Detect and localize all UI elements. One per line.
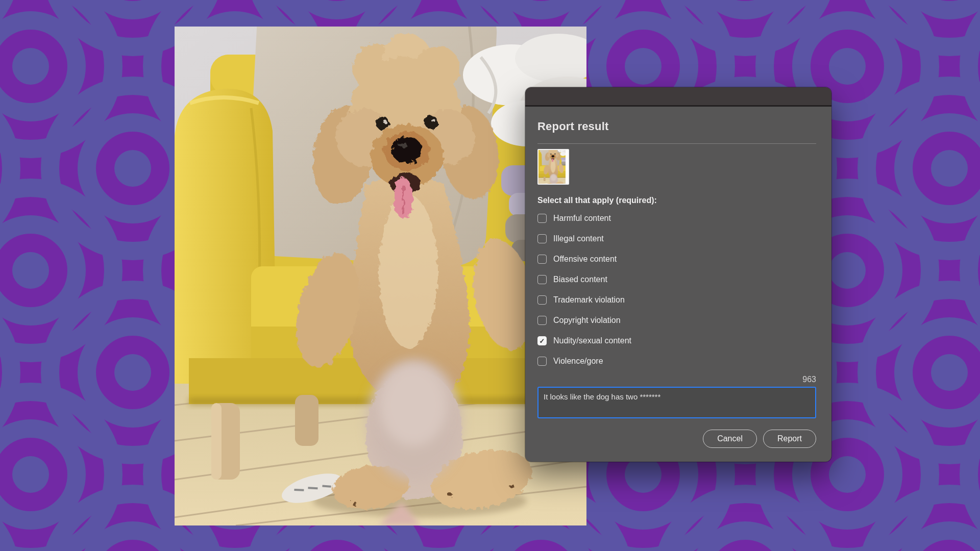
checkbox-label: Trademark violation	[553, 295, 625, 305]
generated-image[interactable]	[175, 27, 586, 525]
checkbox-harmful-content[interactable]	[537, 214, 547, 223]
checkbox-label: Copyright violation	[553, 316, 621, 325]
checkbox-biased-content[interactable]	[537, 275, 547, 284]
option-offensive-content[interactable]: Offensive content	[537, 249, 816, 269]
report-comment-input[interactable]: It looks like the dog has two *******	[537, 387, 816, 418]
dialog-titlebar[interactable]	[525, 87, 831, 107]
cancel-button[interactable]: Cancel	[703, 430, 757, 448]
checkbox-label: Offensive content	[553, 255, 617, 264]
checkbox-trademark-violation[interactable]	[537, 295, 547, 305]
dog-image-thumbnail	[538, 150, 568, 184]
option-trademark-violation[interactable]: Trademark violation	[537, 290, 816, 310]
dialog-title: Report result	[537, 120, 816, 133]
option-illegal-content[interactable]: Illegal content	[537, 229, 816, 249]
screen: Report result Select all that apply (req…	[0, 0, 980, 551]
section-label: Select all that apply (required):	[537, 196, 816, 205]
char-counter: 963	[537, 374, 816, 384]
report-thumbnail	[537, 149, 569, 185]
dialog-content: Report result Select all that apply (req…	[525, 120, 831, 448]
option-violence-gore[interactable]: Violence/gore	[537, 351, 816, 371]
report-result-dialog: Report result Select all that apply (req…	[525, 87, 831, 462]
option-copyright-violation[interactable]: Copyright violation	[537, 310, 816, 331]
checkbox-label: Illegal content	[553, 234, 604, 243]
checkbox-illegal-content[interactable]	[537, 234, 547, 243]
dialog-actions: Cancel Report	[537, 430, 816, 448]
checkbox-label: Biased content	[553, 275, 607, 284]
checkbox-copyright-violation[interactable]	[537, 316, 547, 325]
option-nudity-sexual-content[interactable]: ✓Nudity/sexual content	[537, 331, 816, 351]
checkbox-offensive-content[interactable]	[537, 255, 547, 264]
report-button[interactable]: Report	[763, 430, 816, 448]
checkbox-label: Harmful content	[553, 214, 611, 223]
checkbox-label: Nudity/sexual content	[553, 336, 631, 345]
divider	[537, 143, 816, 144]
option-biased-content[interactable]: Biased content	[537, 269, 816, 290]
dog-photo-illustration	[175, 27, 586, 525]
option-harmful-content[interactable]: Harmful content	[537, 208, 816, 229]
checkbox-violence-gore[interactable]	[537, 357, 547, 366]
checkbox-label: Violence/gore	[553, 357, 603, 366]
report-options-list: Harmful contentIllegal contentOffensive …	[537, 208, 816, 371]
checkbox-nudity-sexual-content[interactable]: ✓	[537, 336, 547, 345]
